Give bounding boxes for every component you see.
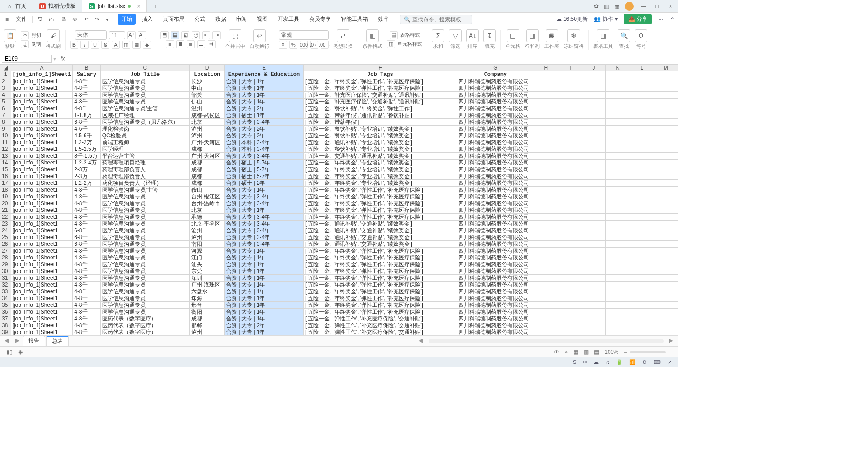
row-header[interactable]: 3	[0, 85, 11, 92]
cell[interactable]: 广州-天河区	[189, 139, 224, 146]
row-header[interactable]: 36	[0, 309, 11, 315]
cell[interactable]: [job_info_1]Sheet1	[11, 139, 73, 146]
cell[interactable]: 4-8千	[73, 282, 101, 288]
cell[interactable]	[558, 92, 582, 99]
cell[interactable]	[534, 193, 558, 200]
cell[interactable]: 医学信息沟通专员	[100, 234, 189, 241]
cell[interactable]	[654, 105, 678, 112]
cell[interactable]	[558, 309, 582, 315]
cell[interactable]: 四川科瑞德制药股份有限公司	[457, 288, 534, 295]
cell[interactable]	[582, 288, 606, 295]
indent-inc-icon[interactable]: ⇥	[212, 31, 221, 39]
cell[interactable]	[630, 139, 654, 146]
apps-icon[interactable]: ▦	[614, 3, 619, 9]
cell[interactable]: 合资 | 本科 | 3-4年	[225, 139, 304, 146]
cell[interactable]: 台州-温岭市	[189, 200, 224, 207]
save-icon[interactable]: 🖫	[35, 15, 44, 24]
cut-icon[interactable]: ✂	[21, 31, 29, 39]
cell[interactable]	[630, 200, 654, 207]
cell[interactable]: 6-8千	[73, 234, 101, 241]
cell[interactable]: 合资 | 硕士 | 2年	[225, 180, 304, 187]
cell[interactable]	[534, 112, 558, 119]
cell[interactable]: 合资 | 大专 | 1年	[225, 85, 304, 92]
cell[interactable]: 南阳	[189, 241, 224, 248]
cell[interactable]	[558, 282, 582, 288]
cell[interactable]: 医学信息沟通专员	[100, 200, 189, 207]
cell-button[interactable]: ◫	[507, 29, 519, 42]
cell[interactable]	[606, 295, 630, 302]
cell[interactable]: 药化项目负责人（经理）	[100, 180, 189, 187]
cell[interactable]: 四川科瑞德制药股份有限公司	[457, 227, 534, 234]
cell[interactable]	[654, 207, 678, 214]
collab-button[interactable]: 👥 协作 ▾	[594, 15, 618, 23]
cell[interactable]: 合资 | 大专 | 1年	[225, 254, 304, 261]
cell[interactable]	[534, 92, 558, 99]
cell[interactable]	[606, 193, 630, 200]
more-icon[interactable]: ⋯	[658, 16, 664, 23]
hscroll-left-icon[interactable]: ⯇	[417, 338, 426, 344]
cell[interactable]: 四川科瑞德制药股份有限公司	[457, 282, 534, 288]
cell[interactable]	[582, 71, 606, 78]
cell[interactable]	[654, 214, 678, 221]
cell[interactable]: [job_info_1]Sheet1	[11, 227, 73, 234]
cell[interactable]: 四川科瑞德制药股份有限公司	[457, 254, 534, 261]
row-header[interactable]: 5	[0, 99, 11, 105]
cell[interactable]	[630, 99, 654, 105]
cell[interactable]: 1.2-2万	[73, 180, 101, 187]
cell[interactable]	[630, 315, 654, 322]
cell[interactable]	[606, 160, 630, 166]
column-header[interactable]: C	[100, 65, 189, 71]
cell[interactable]	[534, 248, 558, 254]
cell[interactable]: 医学信息沟通专员	[100, 295, 189, 302]
cell[interactable]	[534, 153, 558, 160]
cell[interactable]	[630, 322, 654, 329]
cell[interactable]: 成都	[189, 315, 224, 322]
file-menu[interactable]: 文件	[13, 14, 29, 24]
row-header[interactable]: 8	[0, 119, 11, 126]
cell[interactable]	[582, 227, 606, 234]
cell[interactable]: 合资 | 大专 | 1年	[225, 309, 304, 315]
cell[interactable]: 4-8千	[73, 221, 101, 227]
cell[interactable]: ['五险一金', '年终奖金', '弹性工作', '补充医疗保险']	[303, 309, 457, 315]
cell[interactable]: 医学信息沟通专员	[100, 214, 189, 221]
cell[interactable]	[630, 268, 654, 275]
cell[interactable]	[558, 295, 582, 302]
cell[interactable]: 温州	[189, 105, 224, 112]
rtl-icon[interactable]: ⇉	[208, 40, 216, 48]
cell[interactable]: ['五险一金', '年终奖金', '弹性工作', '补充医疗保险']	[303, 254, 457, 261]
cell[interactable]: 长沙	[189, 78, 224, 85]
font-size-select[interactable]: 11	[109, 31, 125, 39]
cell[interactable]: 4-8千	[73, 78, 101, 85]
cell[interactable]	[630, 207, 654, 214]
cell[interactable]: 北京-平谷区	[189, 221, 224, 227]
cell[interactable]	[558, 85, 582, 92]
cell[interactable]	[606, 166, 630, 173]
cell[interactable]: Experience & Education	[225, 71, 304, 78]
cell[interactable]: [job_info_1]Sheet1	[11, 119, 73, 126]
cell[interactable]: 4-8千	[73, 105, 101, 112]
cell[interactable]: 四川科瑞德制药股份有限公司	[457, 105, 534, 112]
cell[interactable]: [job_info_1]Sheet1	[11, 126, 73, 132]
cell[interactable]: 6-8千	[73, 227, 101, 234]
cell[interactable]: 四川科瑞德制药股份有限公司	[457, 302, 534, 309]
cell[interactable]: 4-8千	[73, 85, 101, 92]
cell[interactable]	[606, 261, 630, 268]
row-header[interactable]: 22	[0, 214, 11, 221]
cell[interactable]: 成都	[189, 180, 224, 187]
zoom-out-button[interactable]: −	[621, 349, 630, 355]
cell[interactable]: ['五险一金', '通讯补贴', '交通补贴', '绩效奖金']	[303, 221, 457, 227]
sheet-tab[interactable]: 总表	[46, 336, 69, 346]
cell[interactable]	[558, 173, 582, 180]
cell[interactable]	[606, 227, 630, 234]
cell[interactable]	[630, 132, 654, 139]
cell[interactable]: [job_info_1]Sheet1	[11, 180, 73, 187]
cell[interactable]: 医学信息沟通专员	[100, 193, 189, 200]
cell[interactable]	[606, 119, 630, 126]
cell[interactable]: ['五险一金', '交通补贴', '通讯补贴', '绩效奖金']	[303, 153, 457, 160]
cell[interactable]: 医学信息沟通专员/主管	[100, 187, 189, 193]
cell[interactable]	[606, 132, 630, 139]
cell[interactable]	[630, 71, 654, 78]
cell[interactable]: 区域推广经理	[100, 112, 189, 119]
cell[interactable]	[558, 187, 582, 193]
cell[interactable]: 医学信息沟通专员	[100, 288, 189, 295]
